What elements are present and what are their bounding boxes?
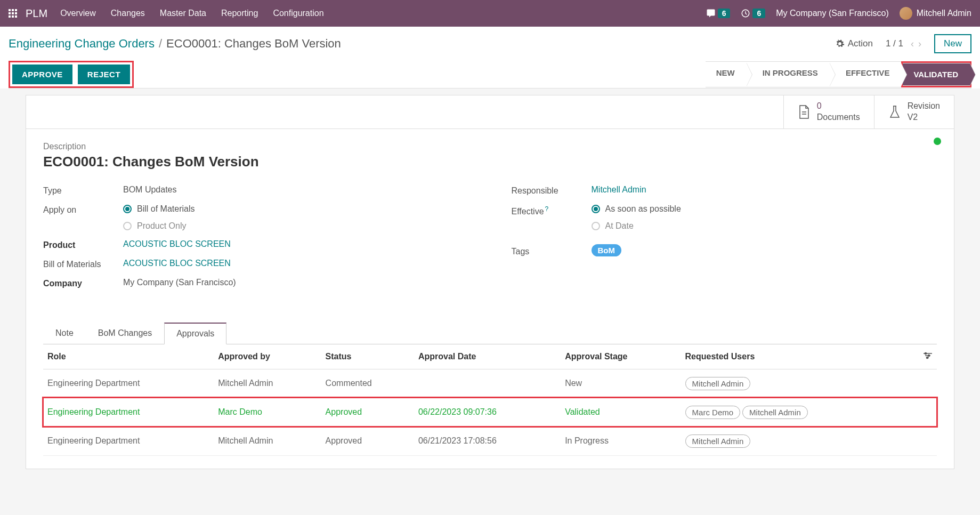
table-row[interactable]: Engineering DepartmentMitchell AdminAppr…: [43, 427, 937, 455]
user-menu[interactable]: Mitchell Admin: [900, 7, 971, 20]
form-right-column: Responsible Mitchell Admin Effective? As…: [512, 185, 937, 297]
nav-right: 6 6 My Company (San Francisco) Mitchell …: [706, 7, 971, 20]
chat-badge: 6: [718, 9, 731, 18]
tag-bom[interactable]: BoM: [592, 244, 622, 256]
bom-link[interactable]: ACOUSTIC BLOC SCREEN: [123, 259, 231, 268]
action-menu[interactable]: Action: [835, 38, 873, 49]
user-chip[interactable]: Marc Demo: [685, 406, 741, 419]
form-body: Description ECO0001: Changes BoM Version…: [26, 129, 954, 310]
table-row[interactable]: Engineering DepartmentMarc DemoApproved0…: [43, 398, 937, 427]
effective-asap[interactable]: As soon as possible: [592, 204, 937, 214]
breadcrumb-root[interactable]: Engineering Change Orders: [9, 37, 155, 51]
table-row[interactable]: Engineering DepartmentMitchell AdminComm…: [43, 369, 937, 398]
nav-master-data[interactable]: Master Data: [160, 9, 206, 18]
tab-note[interactable]: Note: [43, 323, 86, 344]
new-button[interactable]: New: [934, 34, 971, 53]
user-chip[interactable]: Mitchell Admin: [742, 406, 808, 419]
clock-icon: [741, 9, 750, 18]
form-sheet: 0 Documents Revision V2 Description ECO0…: [26, 95, 954, 469]
form-left-column: Type BOM Updates Apply on Bill of Materi…: [43, 185, 469, 297]
breadcrumb-current: ECO0001: Changes BoM Version: [166, 37, 341, 51]
document-icon: [798, 104, 811, 119]
cell-role: Engineering Department: [43, 427, 214, 455]
nav-overview[interactable]: Overview: [60, 9, 96, 18]
approvals-table-wrap: Role Approved by Status Approval Date Ap…: [26, 344, 954, 469]
approve-button[interactable]: APPROVE: [12, 65, 72, 84]
pager-count: 1 / 1: [886, 38, 903, 49]
revision-label: Revision: [908, 101, 940, 112]
stat-buttons: 0 Documents Revision V2: [26, 95, 954, 129]
flask-icon: [888, 104, 901, 119]
header-bar: Engineering Change Orders / ECO0001: Cha…: [0, 27, 980, 88]
header-actions: Action 1 / 1 ‹ › New: [835, 34, 971, 53]
radio-icon: [123, 205, 132, 213]
apply-on-radio-group: Bill of Materials Product Only: [123, 204, 469, 231]
col-approval-stage[interactable]: Approval Stage: [561, 344, 681, 369]
col-requested-users[interactable]: Requested Users: [681, 344, 906, 369]
type-value: BOM Updates: [123, 185, 469, 195]
responsible-label: Responsible: [512, 185, 592, 196]
company-selector[interactable]: My Company (San Francisco): [776, 9, 889, 18]
svg-point-3: [927, 357, 928, 358]
col-approved-by[interactable]: Approved by: [214, 344, 321, 369]
chat-icon: [706, 9, 716, 18]
cell-stage: Validated: [561, 398, 681, 427]
pager: 1 / 1 ‹ ›: [886, 38, 921, 50]
radio-icon: [592, 205, 600, 213]
kanban-state-icon[interactable]: [934, 138, 941, 145]
nav-reporting[interactable]: Reporting: [221, 9, 258, 18]
radio-label: Product Only: [137, 221, 186, 231]
help-icon[interactable]: ?: [545, 205, 549, 213]
col-status[interactable]: Status: [321, 344, 414, 369]
nav-links: Overview Changes Master Data Reporting C…: [60, 9, 706, 18]
user-chip[interactable]: Mitchell Admin: [685, 434, 751, 448]
user-chip[interactable]: Mitchell Admin: [685, 377, 751, 390]
cell-status: Approved: [321, 398, 414, 427]
col-options[interactable]: [906, 344, 937, 369]
radio-icon: [592, 222, 600, 230]
reject-button[interactable]: REJECT: [78, 65, 130, 84]
tab-approvals[interactable]: Approvals: [164, 323, 226, 344]
company-label: Company: [43, 278, 123, 288]
cell-status: Approved: [321, 427, 414, 455]
chat-button[interactable]: 6: [706, 9, 731, 18]
documents-stat[interactable]: 0 Documents: [783, 95, 874, 128]
product-link[interactable]: ACOUSTIC BLOC SCREEN: [123, 239, 231, 248]
cell-date: 06/21/2023 17:08:56: [414, 427, 561, 455]
revision-stat[interactable]: Revision V2: [874, 95, 954, 128]
stage-new[interactable]: NEW: [706, 61, 747, 87]
apps-icon[interactable]: [9, 9, 17, 18]
responsible-link[interactable]: Mitchell Admin: [592, 185, 646, 194]
effective-at-date[interactable]: At Date: [592, 221, 937, 231]
activities-button[interactable]: 6: [741, 9, 765, 18]
nav-changes[interactable]: Changes: [111, 9, 145, 18]
revision-value: V2: [908, 112, 940, 123]
cell-approved-by: Mitchell Admin: [214, 427, 321, 455]
cell-approved-by: Marc Demo: [214, 398, 321, 427]
col-role[interactable]: Role: [43, 344, 214, 369]
documents-count: 0: [817, 101, 860, 112]
cell-options: [906, 369, 937, 398]
highlight-actions: APPROVE REJECT: [9, 61, 134, 88]
col-approval-date[interactable]: Approval Date: [414, 344, 561, 369]
stage-validated[interactable]: VALIDATED: [903, 63, 970, 86]
apply-on-bom[interactable]: Bill of Materials: [123, 204, 469, 214]
pager-arrows: ‹ ›: [911, 38, 921, 50]
pager-next-icon[interactable]: ›: [918, 38, 921, 50]
cell-options: [906, 398, 937, 427]
pager-prev-icon[interactable]: ‹: [911, 38, 914, 50]
cell-role: Engineering Department: [43, 398, 214, 427]
cell-date: 06/22/2023 09:07:36: [414, 398, 561, 427]
cell-users: Marc DemoMitchell Admin: [681, 398, 906, 427]
breadcrumb-row: Engineering Change Orders / ECO0001: Cha…: [9, 34, 971, 53]
apply-on-product[interactable]: Product Only: [123, 221, 469, 231]
avatar: [900, 7, 912, 20]
nav-configuration[interactable]: Configuration: [273, 9, 323, 18]
cell-stage: New: [561, 369, 681, 398]
stage-effective[interactable]: EFFECTIVE: [830, 61, 902, 87]
stage-in-progress[interactable]: IN PROGRESS: [747, 61, 830, 87]
approvals-table: Role Approved by Status Approval Date Ap…: [43, 344, 937, 456]
radio-label: Bill of Materials: [137, 204, 195, 214]
tab-bom-changes[interactable]: BoM Changes: [86, 323, 164, 344]
form-grid: Type BOM Updates Apply on Bill of Materi…: [43, 185, 937, 297]
